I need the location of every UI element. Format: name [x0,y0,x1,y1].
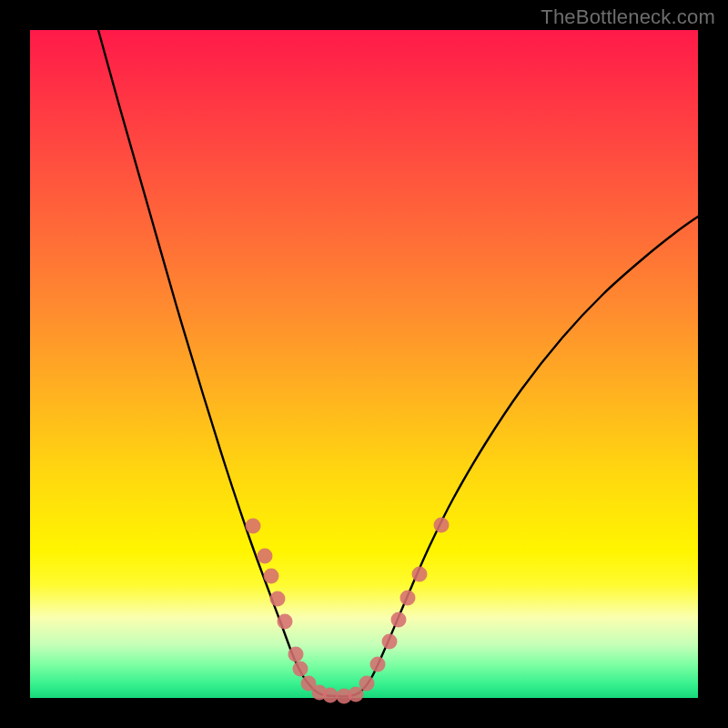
marker-dot [370,657,386,672]
plot-area [30,30,698,698]
marker-dot [246,519,261,534]
marker-dot [434,518,450,533]
marker-dot [349,687,364,703]
marker-dot [288,647,304,662]
marker-dot [293,662,308,677]
marker-dot [258,549,273,564]
marker-dot [382,634,398,650]
watermark-text: TheBottleneck.com [541,5,715,29]
chart-frame: TheBottleneck.com [0,0,728,728]
marker-dot [359,676,375,692]
marker-dot [412,567,428,582]
marker-dot [323,688,339,703]
marker-dot [278,614,293,630]
marker-dot [270,592,286,607]
marker-dot [400,591,416,606]
marker-dot [264,569,279,584]
bottleneck-curve-svg [30,30,698,698]
bottleneck-curve [98,30,698,696]
marker-dot [391,612,407,628]
